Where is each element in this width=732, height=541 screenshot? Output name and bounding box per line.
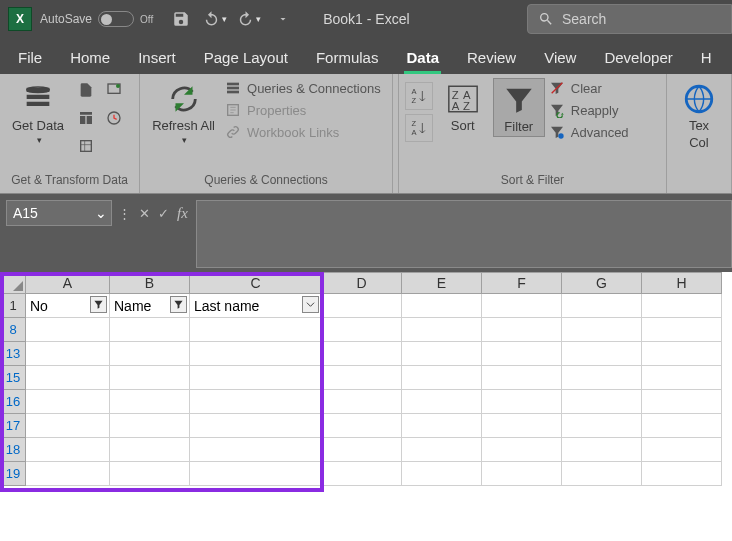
tab-home[interactable]: Home (56, 41, 124, 74)
from-table-icon[interactable] (74, 106, 98, 130)
cell-area[interactable]: NoNameLast name (26, 294, 732, 541)
cell[interactable] (642, 318, 722, 342)
chevron-down-icon[interactable]: ⌄ (95, 205, 107, 221)
from-text-csv-icon[interactable] (74, 78, 98, 102)
row-header[interactable]: 18 (0, 438, 26, 462)
tab-file[interactable]: File (4, 41, 56, 74)
cell[interactable] (562, 294, 642, 318)
row-header[interactable]: 16 (0, 390, 26, 414)
get-data-button[interactable]: Get Data ▾ (6, 78, 70, 147)
cell[interactable] (482, 438, 562, 462)
cell[interactable] (402, 294, 482, 318)
cell[interactable] (562, 342, 642, 366)
cell[interactable] (26, 438, 110, 462)
cell[interactable] (402, 438, 482, 462)
redo-icon[interactable]: ▾ (237, 7, 261, 31)
cell[interactable] (642, 438, 722, 462)
workbook-links-button[interactable]: Workbook Links (225, 124, 381, 140)
filter-active-icon[interactable] (170, 296, 187, 313)
tab-developer[interactable]: Developer (590, 41, 686, 74)
cell[interactable] (26, 390, 110, 414)
clear-filter-button[interactable]: Clear (549, 80, 629, 96)
cell[interactable] (322, 390, 402, 414)
drag-handle-icon[interactable]: ⋮ (118, 206, 131, 221)
cell[interactable] (482, 414, 562, 438)
cancel-formula-icon[interactable]: ✕ (139, 206, 150, 221)
cell[interactable] (642, 366, 722, 390)
cell[interactable] (642, 390, 722, 414)
cell[interactable] (322, 366, 402, 390)
cell[interactable] (642, 414, 722, 438)
cell[interactable] (26, 462, 110, 486)
cell[interactable] (482, 342, 562, 366)
cell[interactable] (190, 438, 322, 462)
cell[interactable] (26, 414, 110, 438)
tab-view[interactable]: View (530, 41, 590, 74)
cell[interactable] (642, 294, 722, 318)
cell[interactable] (322, 318, 402, 342)
cell[interactable] (110, 414, 190, 438)
column-header[interactable]: B (110, 272, 190, 294)
cell[interactable] (562, 318, 642, 342)
row-header[interactable]: 17 (0, 414, 26, 438)
recent-sources-icon[interactable] (102, 106, 126, 130)
cell[interactable] (642, 462, 722, 486)
cell[interactable] (402, 414, 482, 438)
row-header[interactable]: 15 (0, 366, 26, 390)
cell[interactable] (482, 462, 562, 486)
tab-review[interactable]: Review (453, 41, 530, 74)
column-header[interactable]: E (402, 272, 482, 294)
column-header[interactable]: H (642, 272, 722, 294)
cell[interactable] (110, 462, 190, 486)
cell[interactable] (322, 462, 402, 486)
cell[interactable]: No (26, 294, 110, 318)
name-box[interactable]: A15 ⌄ (6, 200, 112, 226)
enter-formula-icon[interactable]: ✓ (158, 206, 169, 221)
column-header[interactable]: A (26, 272, 110, 294)
cell[interactable] (482, 390, 562, 414)
sort-desc-button[interactable]: ZA (405, 114, 433, 142)
cell[interactable]: Last name (190, 294, 322, 318)
row-header[interactable]: 19 (0, 462, 26, 486)
column-header[interactable]: F (482, 272, 562, 294)
filter-active-icon[interactable] (90, 296, 107, 313)
cell[interactable] (190, 390, 322, 414)
cell[interactable] (110, 318, 190, 342)
column-header[interactable]: C (190, 272, 322, 294)
cell[interactable] (482, 318, 562, 342)
cell[interactable] (190, 342, 322, 366)
cell[interactable] (110, 366, 190, 390)
text-to-columns-button[interactable]: Tex Col (673, 78, 725, 152)
tab-insert[interactable]: Insert (124, 41, 190, 74)
toggle-switch-icon[interactable] (98, 11, 134, 27)
qat-customize-icon[interactable] (271, 7, 295, 31)
cell[interactable] (322, 438, 402, 462)
cell[interactable] (402, 390, 482, 414)
search-input[interactable]: Search (527, 4, 732, 34)
cell[interactable] (402, 462, 482, 486)
from-web-icon[interactable] (102, 78, 126, 102)
cell[interactable] (322, 414, 402, 438)
row-header[interactable]: 13 (0, 342, 26, 366)
cell[interactable] (562, 438, 642, 462)
tab-cut[interactable]: H (687, 41, 726, 74)
fx-icon[interactable]: fx (177, 205, 188, 222)
advanced-filter-button[interactable]: Advanced (549, 124, 629, 140)
refresh-all-button[interactable]: Refresh All ▾ (146, 78, 221, 147)
row-header[interactable]: 8 (0, 318, 26, 342)
formula-input[interactable] (196, 200, 732, 268)
cell[interactable] (642, 342, 722, 366)
tab-data[interactable]: Data (392, 41, 453, 74)
select-all-corner[interactable] (0, 272, 26, 294)
cell[interactable] (482, 294, 562, 318)
cell[interactable] (562, 414, 642, 438)
cell[interactable] (402, 342, 482, 366)
cell[interactable] (562, 366, 642, 390)
queries-connections-button[interactable]: Queries & Connections (225, 80, 381, 96)
tab-page-layout[interactable]: Page Layout (190, 41, 302, 74)
sort-button[interactable]: ZAAZ Sort (437, 78, 489, 135)
cell[interactable] (562, 390, 642, 414)
filter-button[interactable]: Filter (493, 78, 545, 137)
properties-button[interactable]: Properties (225, 102, 381, 118)
cell[interactable] (190, 366, 322, 390)
